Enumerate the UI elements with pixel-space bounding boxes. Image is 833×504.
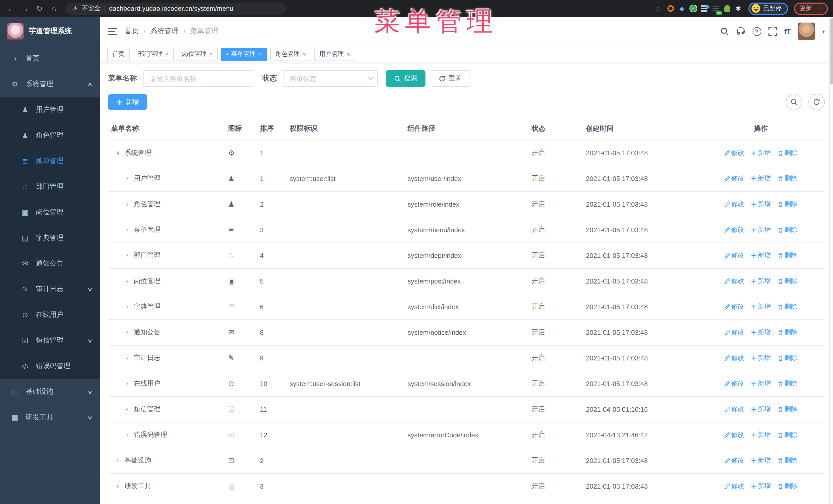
edit-link[interactable]: 修改 bbox=[724, 354, 744, 362]
sidebar-item[interactable]: ⊡ 基础设施 ∨ bbox=[0, 379, 100, 405]
add-child-link[interactable]: 新增 bbox=[751, 225, 771, 234]
delete-link[interactable]: 删除 bbox=[777, 174, 798, 183]
add-button[interactable]: 新增 bbox=[108, 94, 147, 110]
expand-arrow-icon[interactable]: › bbox=[124, 200, 130, 208]
bookmark-star-icon[interactable]: ☆ bbox=[655, 4, 661, 13]
expand-arrow-icon[interactable]: ∨ bbox=[115, 149, 121, 157]
edit-link[interactable]: 修改 bbox=[724, 174, 744, 183]
avatar-caret-icon[interactable]: ▾ bbox=[822, 28, 825, 34]
sidebar-item[interactable]: ✉ 通知公告 bbox=[0, 251, 100, 277]
add-child-link[interactable]: 新增 bbox=[751, 148, 771, 157]
delete-link[interactable]: 删除 bbox=[777, 354, 798, 362]
edit-link[interactable]: 修改 bbox=[724, 430, 744, 439]
view-tab[interactable]: ● 菜单管理 × bbox=[221, 47, 267, 61]
add-child-link[interactable]: 新增 bbox=[751, 174, 771, 183]
extension-green-check-icon[interactable]: ✓ bbox=[689, 4, 697, 13]
edit-link[interactable]: 修改 bbox=[724, 456, 744, 465]
browser-back-icon[interactable]: ← bbox=[5, 4, 17, 13]
profile-paused-badge[interactable]: 已暂停 bbox=[748, 2, 788, 15]
sidebar-item[interactable]: ‹/› 错误码管理 bbox=[0, 353, 100, 379]
sidebar-item[interactable]: ≣ 菜单管理 bbox=[0, 148, 100, 174]
delete-link[interactable]: 删除 bbox=[777, 148, 798, 157]
breadcrumb-item[interactable]: 菜单管理 bbox=[190, 27, 219, 36]
expand-arrow-icon[interactable]: › bbox=[115, 457, 121, 464]
edit-link[interactable]: 修改 bbox=[724, 148, 744, 157]
app-logo[interactable]: 芋道管理系统 bbox=[0, 17, 100, 46]
delete-link[interactable]: 删除 bbox=[777, 379, 798, 388]
delete-link[interactable]: 删除 bbox=[777, 302, 798, 311]
extension-list-on-icon[interactable]: on bbox=[712, 4, 720, 13]
show-search-button[interactable] bbox=[786, 94, 802, 110]
edit-link[interactable]: 修改 bbox=[724, 379, 744, 388]
delete-link[interactable]: 删除 bbox=[777, 482, 798, 490]
add-child-link[interactable]: 新增 bbox=[751, 200, 771, 209]
expand-arrow-icon[interactable]: › bbox=[124, 226, 130, 233]
sidebar-item[interactable]: ✎ 审计日志 ∨ bbox=[0, 277, 100, 302]
address-bar[interactable]: ⚠ 不安全 dashboard.yudao.iocoder.cn/system/… bbox=[66, 2, 286, 15]
add-child-link[interactable]: 新增 bbox=[751, 354, 771, 362]
tab-close-icon[interactable]: × bbox=[303, 51, 306, 57]
sidebar-item[interactable]: ⊙ 在线用户 bbox=[0, 302, 100, 328]
edit-link[interactable]: 修改 bbox=[724, 302, 744, 311]
edit-link[interactable]: 修改 bbox=[724, 251, 744, 260]
breadcrumb-item[interactable]: 系统管理 bbox=[150, 27, 179, 36]
user-avatar[interactable] bbox=[798, 23, 815, 40]
browser-reload-icon[interactable]: ↻ bbox=[34, 4, 45, 13]
expand-arrow-icon[interactable]: › bbox=[124, 303, 130, 310]
font-size-icon[interactable]: tT bbox=[784, 27, 790, 35]
sidebar-item[interactable]: ☑ 短信管理 ∨ bbox=[0, 328, 100, 353]
sidebar-item[interactable]: ▤ 字典管理 bbox=[0, 225, 100, 251]
sidebar-item[interactable]: ▣ 岗位管理 bbox=[0, 199, 100, 225]
extension-gem-icon[interactable]: ◆ bbox=[678, 4, 686, 13]
extension-person-icon[interactable] bbox=[723, 4, 731, 13]
delete-link[interactable]: 删除 bbox=[777, 225, 798, 234]
delete-link[interactable]: 删除 bbox=[777, 200, 798, 209]
expand-arrow-icon[interactable]: › bbox=[124, 406, 130, 413]
sidebar-item[interactable]: ◑ 首页 bbox=[0, 46, 100, 71]
add-child-link[interactable]: 新增 bbox=[751, 277, 771, 285]
expand-arrow-icon[interactable]: › bbox=[124, 175, 130, 182]
add-child-link[interactable]: 新增 bbox=[751, 456, 771, 465]
help-icon[interactable]: ? bbox=[753, 27, 761, 35]
hamburger-icon[interactable] bbox=[108, 28, 117, 34]
expand-arrow-icon[interactable]: › bbox=[124, 380, 130, 387]
refresh-button[interactable] bbox=[808, 94, 825, 110]
view-tab[interactable]: 角色管理 × bbox=[270, 47, 311, 61]
expand-arrow-icon[interactable]: › bbox=[124, 431, 130, 438]
add-child-link[interactable]: 新增 bbox=[751, 430, 771, 439]
tab-close-icon[interactable]: × bbox=[165, 51, 169, 57]
delete-link[interactable]: 删除 bbox=[777, 456, 798, 465]
tab-close-icon[interactable]: × bbox=[258, 51, 262, 57]
sidebar-item[interactable]: ▦ 研发工具 ∨ bbox=[0, 405, 100, 430]
add-child-link[interactable]: 新增 bbox=[751, 251, 771, 260]
edit-link[interactable]: 修改 bbox=[724, 482, 744, 490]
expand-arrow-icon[interactable]: › bbox=[124, 278, 130, 285]
add-child-link[interactable]: 新增 bbox=[751, 379, 771, 388]
browser-update-button[interactable]: 更新 ⋮ bbox=[794, 2, 828, 15]
edit-link[interactable]: 修改 bbox=[724, 277, 744, 285]
add-child-link[interactable]: 新增 bbox=[751, 405, 771, 413]
reset-button[interactable]: 重置 bbox=[431, 70, 470, 87]
window-scrollbar[interactable] bbox=[829, 17, 833, 504]
github-icon[interactable] bbox=[736, 27, 745, 36]
edit-link[interactable]: 修改 bbox=[724, 225, 744, 234]
expand-arrow-icon[interactable]: › bbox=[124, 354, 130, 361]
edit-link[interactable]: 修改 bbox=[724, 328, 744, 337]
delete-link[interactable]: 删除 bbox=[777, 430, 798, 439]
delete-link[interactable]: 删除 bbox=[777, 405, 798, 413]
delete-link[interactable]: 删除 bbox=[777, 251, 798, 260]
add-child-link[interactable]: 新增 bbox=[751, 328, 771, 337]
view-tab[interactable]: 用户管理 × bbox=[314, 47, 355, 61]
view-tab[interactable]: 首页 bbox=[107, 47, 130, 61]
extension-sliders-icon[interactable] bbox=[700, 4, 709, 13]
search-icon[interactable] bbox=[720, 27, 729, 35]
tab-close-icon[interactable]: × bbox=[347, 51, 350, 57]
edit-link[interactable]: 修改 bbox=[724, 405, 744, 413]
extension-orange-ring-icon[interactable] bbox=[666, 4, 674, 13]
sidebar-item[interactable]: ∴ 部门管理 bbox=[0, 174, 100, 199]
tab-close-icon[interactable]: × bbox=[209, 51, 213, 57]
menu-name-input[interactable] bbox=[143, 70, 253, 87]
browser-home-icon[interactable]: ⌂ bbox=[48, 4, 60, 13]
status-select[interactable] bbox=[283, 70, 378, 87]
browser-forward-icon[interactable]: → bbox=[20, 4, 31, 13]
